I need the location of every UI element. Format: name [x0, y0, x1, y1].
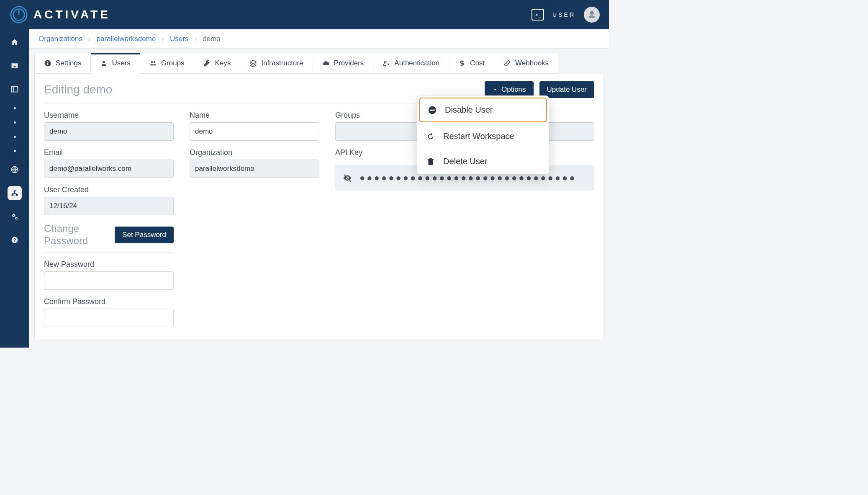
tab-label: Cost [470, 59, 485, 67]
options-disable-user[interactable]: Disable User [419, 98, 547, 122]
sidebar-panel[interactable] [8, 82, 22, 96]
svg-rect-8 [47, 63, 48, 65]
set-password-label: Set Password [122, 231, 166, 239]
settings-tabs: Settings Users Groups Keys [34, 53, 558, 74]
auth-icon [383, 59, 390, 67]
update-label: Update User [547, 85, 587, 94]
group-icon [149, 59, 157, 67]
tab-label: Infrastructure [261, 59, 303, 67]
crumb-current: demo [203, 35, 221, 43]
tab-settings[interactable]: Settings [35, 53, 91, 73]
svg-point-4 [15, 217, 17, 219]
home-icon [10, 38, 19, 46]
label-email: Email [44, 148, 174, 157]
restart-icon [426, 132, 436, 141]
inbox-icon [10, 62, 19, 70]
api-key-masked: ●●●●●●●●●●●●●●●●●●●●●●●●●●●●●● [360, 173, 577, 183]
brand-logo-icon [9, 5, 28, 24]
info-icon [44, 59, 51, 67]
tab-webhooks[interactable]: Webhooks [494, 53, 558, 73]
tab-label: Users [112, 59, 130, 67]
org-icon [10, 189, 19, 197]
sidebar-inbox[interactable] [8, 59, 22, 73]
trash-icon [426, 157, 436, 166]
input-email [44, 160, 174, 178]
crumb-organizations[interactable]: Organizations [39, 35, 82, 43]
layers-icon [249, 59, 257, 67]
options-dropdown: Disable User Restart Workspace [417, 95, 549, 174]
crumb-sep: › [88, 35, 91, 43]
panel-title: Editing demo [44, 83, 112, 96]
set-password-button[interactable]: Set Password [115, 227, 174, 243]
crumb-users[interactable]: Users [170, 35, 188, 43]
svg-text:?: ? [13, 237, 16, 242]
panel-icon [10, 85, 19, 93]
options-label: Options [501, 85, 526, 94]
label-username: Username [44, 111, 174, 120]
sidebar-home[interactable] [8, 35, 22, 49]
edit-user-panel: Editing demo Options Update User [34, 74, 604, 340]
sidebar-help[interactable]: ? [8, 233, 22, 247]
brand-logo[interactable]: ACTIVATE [9, 5, 110, 24]
input-organization [190, 160, 319, 178]
disable-icon [427, 106, 437, 115]
terminal-icon: >_ [535, 12, 541, 18]
label-user-created: User Created [44, 186, 174, 194]
sidebar-org[interactable] [8, 186, 22, 200]
avatar-icon [587, 10, 596, 19]
top-header: ACTIVATE >_ USER [0, 0, 609, 29]
options-restart-workspace[interactable]: Restart Workspace [417, 124, 549, 149]
tab-label: Webhooks [515, 59, 549, 67]
help-icon: ? [10, 236, 19, 244]
sidebar-dot-3[interactable] [8, 134, 22, 139]
cloud-icon [322, 59, 330, 67]
user-label: USER [552, 11, 575, 18]
input-name[interactable] [190, 122, 319, 141]
svg-rect-9 [47, 62, 48, 62]
gears-icon [10, 212, 19, 221]
chevron-down-icon [492, 87, 498, 93]
tab-users[interactable]: Users [91, 53, 140, 73]
crumb-org-name[interactable]: parallelworksdemo [97, 35, 156, 43]
sidebar-dot-4[interactable] [8, 148, 22, 153]
tab-label: Groups [161, 59, 185, 67]
label-new-password: New Password [44, 260, 174, 269]
tab-authentication[interactable]: Authentication [373, 53, 449, 73]
toggle-visibility-button[interactable] [343, 173, 352, 183]
tab-label: Providers [334, 59, 364, 67]
terminal-button[interactable]: >_ [532, 9, 544, 21]
input-new-password[interactable] [44, 271, 174, 290]
options-delete-user[interactable]: Delete User [417, 149, 549, 174]
input-confirm-password[interactable] [44, 309, 174, 327]
sidebar-dot-2[interactable] [8, 120, 22, 125]
tab-label: Keys [215, 59, 231, 67]
tab-label: Authentication [394, 59, 439, 67]
sidebar-settings[interactable] [8, 209, 22, 224]
breadcrumb: Organizations › parallelworksdemo › User… [29, 29, 609, 49]
dollar-icon [458, 59, 466, 67]
crumb-sep: › [194, 35, 197, 43]
key-icon [203, 59, 211, 67]
user-avatar[interactable] [584, 7, 600, 23]
change-password-heading: Change Password [44, 223, 88, 247]
tab-groups[interactable]: Groups [140, 53, 194, 73]
svg-point-3 [13, 214, 15, 217]
input-username [44, 122, 174, 141]
sidebar-globe[interactable] [8, 162, 22, 177]
tab-infrastructure[interactable]: Infrastructure [240, 53, 313, 73]
main-area: Organizations › parallelworksdemo › User… [29, 29, 609, 348]
label-name: Name [190, 111, 319, 120]
link-icon [503, 59, 511, 67]
tab-keys[interactable]: Keys [194, 53, 241, 73]
tab-cost[interactable]: Cost [449, 53, 494, 73]
crumb-sep: › [162, 35, 164, 43]
dd-label: Disable User [445, 105, 493, 115]
tab-label: Settings [56, 59, 81, 67]
sidebar-dot-1[interactable] [8, 106, 22, 111]
dd-label: Restart Workspace [443, 131, 514, 141]
dd-label: Delete User [443, 157, 488, 166]
sidebar: ? [0, 29, 29, 348]
input-user-created [44, 197, 174, 215]
globe-icon [10, 165, 19, 174]
tab-providers[interactable]: Providers [313, 53, 374, 73]
